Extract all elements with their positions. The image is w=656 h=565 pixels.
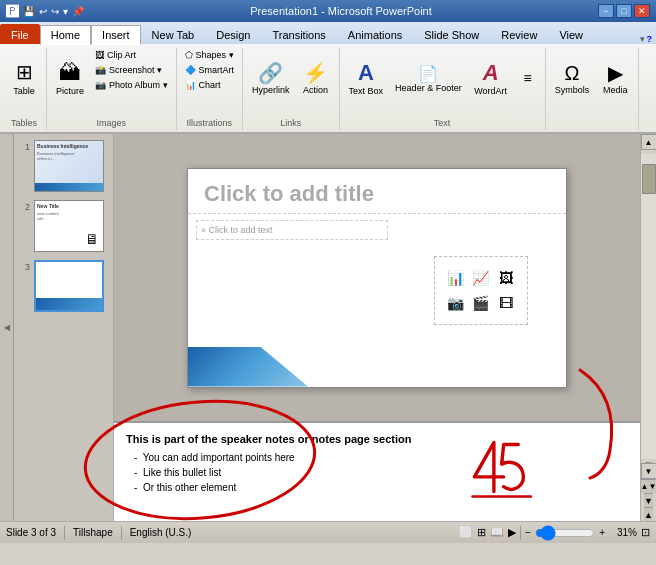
fit-to-window-button[interactable]: ⊡ <box>641 526 650 539</box>
scroll-thumb[interactable] <box>642 164 656 194</box>
shapes-button[interactable]: ⬠ Shapes ▾ <box>181 48 239 62</box>
table-label: Table <box>13 86 35 96</box>
slide-title-placeholder: Click to add title <box>204 181 550 207</box>
tab-home[interactable]: Home <box>40 25 91 45</box>
slide-text-box[interactable]: » Click to add text <box>196 220 388 240</box>
status-bar-right: ⬜ ⊞ 📖 ▶ − + 31% ⊡ <box>459 526 650 540</box>
tab-transitions[interactable]: Transitions <box>261 24 336 44</box>
tab-slideshow[interactable]: Slide Show <box>413 24 490 44</box>
close-button[interactable]: ✕ <box>634 4 650 18</box>
slide-canvas[interactable]: Click to add title » Click to add text <box>187 168 567 388</box>
ribbon-collapse-icon[interactable]: ▾ <box>640 34 645 44</box>
photoalbum-button[interactable]: 📷 Photo Album ▾ <box>91 78 172 92</box>
slide-icon-area: 📊 📈 🖼 📷 🎬 🎞 <box>396 214 566 367</box>
ribbon-group-text-items: A Text Box 📄 Header & Footer A WordArt ≡ <box>344 48 541 116</box>
screenshot-button[interactable]: 📸 Screenshot ▾ <box>91 63 172 77</box>
slide-text-area[interactable]: » Click to add text <box>188 214 396 367</box>
slide-thumb-3[interactable]: 3 <box>18 258 109 314</box>
smartart-button[interactable]: 🔷 SmartArt <box>181 63 239 77</box>
action-button[interactable]: ⚡ Action <box>297 48 335 108</box>
slide-content-area: » Click to add text 📊 📈 🖼 📷 <box>188 214 566 367</box>
wordart-button[interactable]: A WordArt <box>469 48 513 108</box>
notes-main-text: This is part of the speaker notes or not… <box>126 431 628 448</box>
shapes-label: Shapes ▾ <box>196 50 234 60</box>
thumb3-decoration <box>36 298 102 310</box>
ribbon-group-links-items: 🔗 Hyperlink ⚡ Action <box>247 48 335 116</box>
hyperlink-button[interactable]: 🔗 Hyperlink <box>247 48 295 108</box>
icon-grid: 📊 📈 🖼 📷 🎬 🎞 <box>441 263 521 318</box>
text-group-label: Text <box>344 116 541 128</box>
prev-slide-button[interactable]: ▲ <box>644 507 653 521</box>
tab-review[interactable]: Review <box>490 24 548 44</box>
zoom-out-button[interactable]: − <box>525 527 531 538</box>
illustrations-group-label: Illustrations <box>181 116 239 128</box>
ribbon-group-symbols: Ω Symbols ▶ Media <box>546 48 640 130</box>
view-reading-icon[interactable]: 📖 <box>490 526 504 539</box>
media-label: Media <box>603 85 628 95</box>
main-area: ◀ 1 Business Intelligence Business intel… <box>0 134 656 521</box>
minimize-button[interactable]: − <box>598 4 614 18</box>
header-footer-button[interactable]: 📄 Header & Footer <box>390 48 467 108</box>
tab-newtab[interactable]: New Tab <box>141 24 206 44</box>
next-slide-button[interactable]: ▼ <box>644 493 653 507</box>
panel-collapse-handle[interactable]: ◀ <box>0 134 14 521</box>
status-sep-2 <box>121 526 122 540</box>
text-more-button[interactable]: ≡ <box>515 48 541 108</box>
tab-insert[interactable]: Insert <box>91 25 141 45</box>
editor-area: Click to add title » Click to add text <box>114 134 640 521</box>
tab-view[interactable]: View <box>548 24 594 44</box>
symbols-button[interactable]: Ω Symbols <box>550 48 595 108</box>
slide-title-area[interactable]: Click to add title <box>188 169 566 214</box>
screenshot-label: Screenshot ▾ <box>109 65 162 75</box>
scroll-up-button[interactable]: ▲ <box>641 134 657 150</box>
notes-bullet-2: - Like this bullet list <box>134 465 628 480</box>
slide-img-1: Business Intelligence Business intellige… <box>34 140 104 192</box>
notes-bullet-3: - Or this other element <box>134 480 628 495</box>
editor-wrapper: Click to add title » Click to add text <box>114 134 656 521</box>
icon-photo: 📷 <box>445 292 467 314</box>
zoom-level[interactable]: 31% <box>609 527 637 538</box>
icon-chart: 📈 <box>470 267 492 289</box>
tab-animations[interactable]: Animations <box>337 24 413 44</box>
view-slideshow-icon[interactable]: ▶ <box>508 526 516 539</box>
slide-thumb-2[interactable]: 2 New Title new contentinfo 🖥 <box>18 198 109 254</box>
tables-group-label: Tables <box>6 116 42 128</box>
chart-icon: 📊 <box>185 80 196 90</box>
help-icon[interactable]: ? <box>647 34 653 44</box>
scroll-down-button[interactable]: ▼ <box>641 463 657 479</box>
tab-file[interactable]: File <box>0 24 40 44</box>
table-button[interactable]: ⊞ Table <box>6 48 42 108</box>
textbox-icon: A <box>358 60 374 86</box>
ribbon-group-images-items: 🏔 Picture 🖼 Clip Art 📸 Screenshot ▾ 📷 Ph… <box>51 48 172 116</box>
slide-thumb-1[interactable]: 1 Business Intelligence Business intelli… <box>18 138 109 194</box>
tab-design[interactable]: Design <box>205 24 261 44</box>
wordart-icon: A <box>483 60 499 86</box>
smartart-label: SmartArt <box>199 65 235 75</box>
clipart-label: Clip Art <box>107 50 136 60</box>
thumb2-title: New Title <box>35 201 103 211</box>
photoalbum-label: Photo Album ▾ <box>109 80 168 90</box>
ribbon-group-illustrations: ⬠ Shapes ▾ 🔷 SmartArt 📊 Chart Illustrati… <box>177 48 244 130</box>
media-button[interactable]: ▶ Media <box>596 48 634 108</box>
picture-button[interactable]: 🏔 Picture <box>51 48 89 108</box>
textbox-button[interactable]: A Text Box <box>344 48 389 108</box>
zoom-in-button[interactable]: + <box>599 527 605 538</box>
media-icon: ▶ <box>608 61 623 85</box>
notes-area[interactable]: This is part of the speaker notes or not… <box>114 421 640 521</box>
smartart-icon: 🔷 <box>185 65 196 75</box>
zoom-slider[interactable] <box>535 527 595 539</box>
ribbon-group-illustrations-items: ⬠ Shapes ▾ 🔷 SmartArt 📊 Chart <box>181 48 239 116</box>
view-normal-icon[interactable]: ⬜ <box>459 526 473 539</box>
slide-content-placeholder: » Click to add text <box>201 225 383 235</box>
editor-with-scrollbar: Click to add title » Click to add text <box>114 134 656 521</box>
slide-editor: Click to add title » Click to add text <box>114 134 640 421</box>
view-slide-sorter-icon[interactable]: ⊞ <box>477 526 486 539</box>
table-icon: ⊞ <box>16 60 33 84</box>
scroll-expand-button[interactable]: ▲▼ <box>641 479 656 493</box>
clipart-button[interactable]: 🖼 Clip Art <box>91 48 172 62</box>
maximize-button[interactable]: □ <box>616 4 632 18</box>
slide-num-3: 3 <box>20 260 30 272</box>
slide-icon-box[interactable]: 📊 📈 🖼 📷 🎬 🎞 <box>434 256 528 325</box>
chart-button[interactable]: 📊 Chart <box>181 78 239 92</box>
notes-bullet-1: - You can add important points here <box>134 450 628 465</box>
